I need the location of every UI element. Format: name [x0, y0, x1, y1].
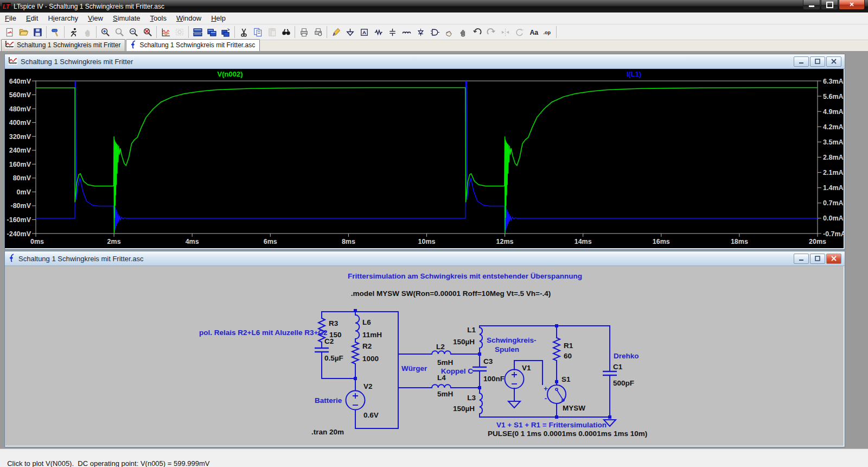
schematic-comment[interactable]: Drehko: [614, 352, 639, 360]
restore-button[interactable]: [821, 0, 838, 10]
waveform-window-titlebar[interactable]: Schaltung 1 Schwingkreis mit Fritter: [5, 54, 845, 69]
schematic-label[interactable]: 150µH: [453, 338, 475, 346]
schematic-comment[interactable]: Frittersimulation am Schwingkreis mit en…: [348, 272, 582, 280]
menu-view[interactable]: View: [83, 13, 108, 23]
schematic-label[interactable]: PULSE(0 1 1ms 0.0001ms 0.0001ms 1ms 10m): [488, 430, 647, 438]
schematic-label[interactable]: .tran 20m: [311, 428, 344, 436]
wave-close-button[interactable]: [826, 56, 841, 67]
schematic-label[interactable]: 1000: [362, 355, 379, 363]
print-button[interactable]: [297, 25, 311, 39]
schematic-label[interactable]: L2: [436, 343, 445, 351]
schematic-label[interactable]: C1: [613, 363, 623, 371]
menu-edit[interactable]: Edit: [21, 13, 43, 23]
drag-button[interactable]: [456, 25, 470, 39]
wire-button[interactable]: [329, 25, 343, 39]
schematic-comment[interactable]: -: [545, 394, 547, 402]
run-button[interactable]: [66, 25, 80, 39]
schematic-label[interactable]: L1: [467, 326, 476, 334]
tab-schematic[interactable]: Schaltung 1 Schwingkreis mit Fritter.asc: [126, 39, 260, 51]
schematic-restore-button[interactable]: [810, 254, 825, 264]
new-schematic-button[interactable]: [2, 25, 16, 39]
schematic-comment[interactable]: Schwingkreis-: [487, 336, 537, 344]
zoom-out-button[interactable]: [126, 25, 141, 39]
schematic-comment[interactable]: pol. Relais R2+L6 mit Aluzelle R3+C2: [199, 329, 328, 337]
schematic-label[interactable]: 5mH: [437, 390, 453, 398]
find-button[interactable]: [279, 25, 293, 39]
schematic-label[interactable]: .model MYSW SW(Ron=0.00001 Roff=10Meg Vt…: [351, 289, 551, 298]
schematic-comment[interactable]: V1 + S1 + R1 = Frittersimulation: [496, 421, 607, 429]
tile-horizontal-button[interactable]: [190, 25, 205, 39]
capacitor-button[interactable]: [385, 25, 399, 39]
ground-button[interactable]: [343, 25, 357, 39]
y-left-tick-label: 80mV: [13, 174, 31, 182]
menu-tools[interactable]: Tools: [145, 13, 171, 23]
schematic-label[interactable]: MYSW: [563, 404, 585, 412]
schematic-label[interactable]: R1: [564, 342, 573, 350]
schematic-label[interactable]: 500pF: [613, 379, 634, 387]
schematic-label[interactable]: L6: [362, 318, 371, 326]
menu-simulate[interactable]: Simulate: [108, 13, 145, 23]
trace-label-vn002[interactable]: V(n002): [218, 70, 243, 78]
close-button[interactable]: ✕: [839, 0, 865, 10]
schematic-comment[interactable]: Würger: [401, 364, 427, 373]
wave-minimize-button[interactable]: [794, 56, 809, 67]
schematic-comment[interactable]: +: [544, 384, 548, 393]
menu-file[interactable]: File: [0, 13, 21, 23]
schematic-comment[interactable]: Koppel C: [441, 367, 473, 375]
schematic-label[interactable]: 0.5µF: [324, 354, 343, 362]
zoom-in-button[interactable]: [98, 25, 112, 39]
save-button[interactable]: [30, 25, 44, 39]
schematic-label[interactable]: V1: [522, 364, 531, 372]
main-titlebar[interactable]: LT LTspice IV - Schaltung 1 Schwingkreis…: [0, 0, 868, 12]
move-button[interactable]: [442, 25, 456, 39]
open-button[interactable]: [16, 25, 30, 39]
menu-hierarchy[interactable]: Hierarchy: [43, 13, 83, 23]
schematic-comment[interactable]: Batterie: [315, 396, 342, 405]
diode-button[interactable]: [413, 25, 427, 39]
menu-window[interactable]: Window: [171, 13, 206, 23]
schematic-label[interactable]: C2: [324, 337, 334, 345]
schematic-label[interactable]: R3: [329, 319, 339, 327]
zoom-full-extents-button[interactable]: [141, 25, 155, 39]
schematic-label[interactable]: S1: [561, 375, 571, 383]
minimize-button[interactable]: [803, 0, 820, 10]
component-button[interactable]: [427, 25, 442, 39]
copy-button[interactable]: [251, 25, 265, 39]
schematic-label[interactable]: V2: [363, 382, 373, 390]
waveform-plot[interactable]: 640mV560mV480mV400mV320mV240mV160mV80mV0…: [5, 69, 844, 248]
trace-label-il1[interactable]: I(L1): [627, 70, 641, 78]
schematic-minimize-button[interactable]: [794, 254, 809, 264]
spice-directive-button[interactable]: .op: [540, 25, 554, 39]
toolbar-separator: [156, 26, 157, 38]
net-label-button[interactable]: A: [357, 25, 371, 39]
tab-waveform[interactable]: Schaltung 1 Schwingkreis mit Fritter: [1, 39, 125, 51]
schematic-label[interactable]: R2: [362, 342, 372, 350]
svg-text:Aa: Aa: [529, 29, 538, 36]
schematic-label[interactable]: 150µH: [453, 405, 475, 413]
schematic-label[interactable]: 0.6V: [363, 411, 379, 419]
control-panel-button[interactable]: [48, 25, 62, 39]
schematic-label[interactable]: L3: [467, 394, 476, 402]
schematic-label[interactable]: C3: [483, 357, 493, 365]
wave-restore-button[interactable]: [810, 56, 825, 67]
schematic-close-button[interactable]: [826, 254, 841, 264]
autorange-button[interactable]: [158, 25, 173, 39]
schematic-label[interactable]: 60: [564, 352, 572, 360]
text-button[interactable]: Aa: [526, 25, 540, 39]
schematic-label[interactable]: 100nF: [483, 375, 505, 383]
schematic-window-titlebar[interactable]: Schaltung 1 Schwingkreis mit Fritter.asc: [5, 251, 845, 266]
schematic-label[interactable]: 11mH: [362, 331, 382, 339]
resistor-button[interactable]: [371, 25, 385, 39]
schematic-label[interactable]: 5mH: [437, 358, 453, 367]
cut-button[interactable]: [237, 25, 251, 39]
tile-vertical-button[interactable]: [219, 25, 233, 39]
cascade-button[interactable]: [205, 25, 219, 39]
undo-button[interactable]: [470, 25, 484, 39]
schematic-comment[interactable]: Spulen: [495, 345, 519, 354]
menu-help[interactable]: Help: [206, 13, 231, 23]
tab-schematic-label: Schaltung 1 Schwingkreis mit Fritter.asc: [139, 41, 255, 49]
inductor-button[interactable]: [399, 25, 413, 39]
schematic-window-icon: [8, 254, 15, 264]
print-preview-button[interactable]: [311, 25, 325, 39]
schematic-canvas[interactable]: Frittersimulation am Schwingkreis mit en…: [5, 266, 844, 446]
